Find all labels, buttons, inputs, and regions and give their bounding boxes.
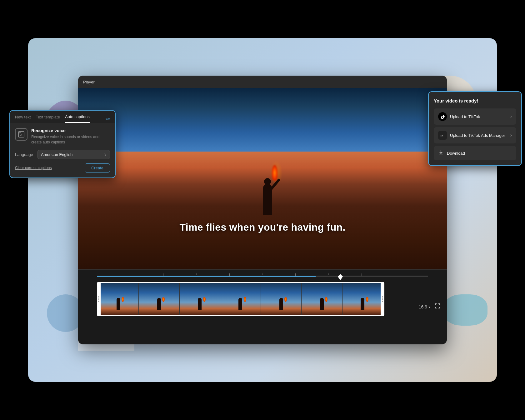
torch-flame [272,165,278,181]
handle-grip [98,296,99,302]
timeline-track [97,276,428,277]
timeline-ticks [78,270,447,276]
video-player[interactable]: Time flies when you're having fun. [78,88,447,269]
svg-text:TK: TK [440,134,443,137]
frame-person-1 [117,298,120,310]
filmstrip[interactable] [97,282,384,316]
panel-actions: Clear current captions Create [15,163,110,172]
frame-flame-1 [122,297,124,302]
tiktok-ads-icon: TK [438,131,447,140]
upload-ads-text: Upload to TikTok Ads Manager [450,133,505,138]
upload-ads-text-block: Upload to TikTok Ads Manager [450,132,505,138]
ads-chevron-icon: › [510,132,512,138]
panel-tabs: New text Text template Auto captions «» [10,111,115,123]
recognize-title: Recognize voice [31,128,110,133]
download-icon [438,150,444,157]
frame-flame-4 [244,297,246,302]
timeline-playhead[interactable] [337,274,343,280]
filmstrip-frame-3 [180,283,220,315]
filmstrip-frame-2 [139,283,179,315]
tiktok-chevron-icon: › [510,114,512,119]
frame-flame-2 [162,297,165,302]
handle-grip-right [382,296,383,302]
frame-flame-7 [366,297,368,302]
frame-person-3 [198,298,202,310]
recognize-desc: Recognize voice in sounds or videos and … [31,134,110,145]
recognize-icon: A [15,128,28,141]
upload-ads-button[interactable]: TK Upload to TikTok Ads Manager › [434,127,516,143]
tab-text-template[interactable]: Text template [36,115,60,122]
recognize-text: Recognize voice Recognize voice in sound… [31,128,110,145]
svg-marker-0 [338,274,343,280]
recognize-section: A Recognize voice Recognize voice in sou… [15,128,110,145]
panel-body: A Recognize voice Recognize voice in sou… [10,123,115,178]
timeline-progress [97,276,316,277]
controls-right: 16:9 ∨ [419,303,441,311]
editor-window: Player Time flies when you're having fun… [78,76,447,344]
filmstrip-frame-6 [302,283,342,315]
language-select[interactable]: American English ∨ [38,150,110,159]
frame-person-6 [320,298,324,310]
clear-captions-button[interactable]: Clear current captions [15,166,52,170]
player-header: Player [78,76,447,88]
upload-tiktok-text: Upload to TikTok [450,114,480,119]
fullscreen-button[interactable] [434,303,441,311]
video-ground [78,206,447,269]
language-value: American English [41,152,72,157]
language-row: Language American English ∨ [15,150,110,159]
frame-flame-3 [203,297,206,302]
auto-captions-panel: New text Text template Auto captions «» … [9,110,116,178]
frame-person-7 [361,298,364,310]
filmstrip-inner [98,283,383,315]
timeline-area[interactable]: 16:9 ∨ [78,269,447,319]
video-ready-panel: Your video is ready! Upload to TikTok › [428,91,522,166]
upload-ads-left: TK Upload to TikTok Ads Manager [438,131,505,140]
tab-arrows[interactable]: «» [106,116,110,121]
aspect-ratio-control[interactable]: 16:9 ∨ [419,304,431,309]
tab-auto-captions[interactable]: Auto captions [65,114,90,123]
person-body [263,184,272,215]
frame-person-5 [279,298,283,310]
upload-tiktok-left: Upload to TikTok [438,112,480,121]
filmstrip-frame-7 [342,283,383,315]
frame-flame-6 [325,297,328,302]
svg-text:A: A [20,133,22,137]
ready-title: Your video is ready! [434,98,516,103]
download-button[interactable]: Download [434,146,516,160]
frame-person-2 [157,298,161,310]
outer-background: Player Time flies when you're having fun… [28,38,497,382]
upload-tiktok-button[interactable]: Upload to TikTok › [434,108,516,125]
video-caption: Time flies when you're having fun. [78,222,447,233]
person-silhouette [255,152,280,215]
frame-flame-5 [284,297,287,302]
download-text: Download [447,151,465,156]
tiktok-icon [438,112,447,121]
frame-person-4 [238,298,242,310]
filmstrip-frame-5 [261,283,302,315]
filmstrip-handle-left[interactable] [97,282,101,316]
tab-new-text[interactable]: New text [15,115,31,122]
filmstrip-frame-4 [220,283,261,315]
filmstrip-frame-1 [98,283,139,315]
player-title: Player [83,80,95,84]
create-button[interactable]: Create [85,163,110,172]
decorative-shape-teal [444,294,488,326]
filmstrip-handle-right[interactable] [381,282,384,316]
aspect-chevron-icon: ∨ [428,305,431,309]
language-chevron-icon: ∨ [104,152,107,157]
language-label: Language [15,152,34,157]
